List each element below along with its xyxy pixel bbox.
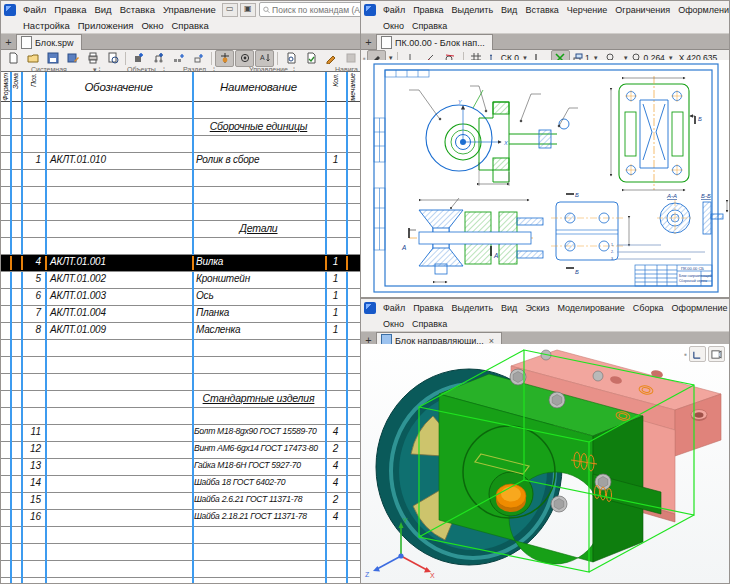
menu-item-вставка[interactable]: Вставка: [521, 4, 562, 16]
spec-blank-row[interactable]: [1, 544, 360, 561]
tab-spec-document[interactable]: Блок.spw: [16, 34, 82, 50]
menu-item-выделить[interactable]: Выделить: [448, 4, 498, 16]
part-cap-orange[interactable]: [496, 484, 526, 512]
drawing-canvas[interactable]: X Y: [361, 60, 729, 297]
menu-item-файл[interactable]: Файл: [19, 3, 50, 16]
menu-item-управление[interactable]: Управление: [159, 3, 220, 16]
menu-item-вид[interactable]: Вид: [90, 3, 115, 16]
spec-blank-row[interactable]: [1, 204, 360, 221]
menu-item-эскиз[interactable]: Эскиз: [521, 302, 553, 314]
view-settings-icon[interactable]: [708, 346, 725, 362]
spec-blank-row[interactable]: [1, 527, 360, 544]
menu-item-вид[interactable]: Вид: [497, 302, 521, 314]
open-icon[interactable]: [23, 50, 42, 67]
menu-item-окно[interactable]: Окно: [379, 20, 408, 32]
spec-blank-row[interactable]: [1, 102, 360, 119]
add-row-icon[interactable]: [169, 50, 188, 67]
cell-nam: [192, 527, 325, 543]
spec-blank-row[interactable]: [1, 561, 360, 578]
preview-icon[interactable]: [103, 50, 122, 67]
menu-item-приложения[interactable]: Приложения: [74, 19, 138, 32]
menu-item-выделить[interactable]: Выделить: [448, 302, 498, 314]
object-settings-icon[interactable]: [189, 50, 208, 67]
cell-fmt: [1, 255, 10, 271]
menu-item-правка[interactable]: Правка: [409, 302, 447, 314]
specification-table[interactable]: Формат Зона Поз. Обозначение Наименовани…: [1, 71, 360, 583]
spec-section-row[interactable]: Сборочные единицы: [1, 119, 360, 136]
menu-item-справка[interactable]: Справка: [167, 19, 212, 32]
spec-row[interactable]: 14Шайба 18 ГОСТ 6402-704: [1, 476, 360, 493]
edit-markers-icon[interactable]: [321, 50, 340, 67]
svg-text:Б: Б: [575, 269, 579, 275]
doc-check-icon[interactable]: [301, 50, 320, 67]
new-doc-icon[interactable]: [3, 50, 22, 67]
doc-properties-icon[interactable]: [281, 50, 300, 67]
menu-item-вид[interactable]: Вид: [497, 4, 521, 16]
command-search[interactable]: [259, 2, 360, 17]
new-tab-button[interactable]: +: [361, 36, 376, 50]
spec-blank-row[interactable]: [1, 136, 360, 153]
spec-blank-row[interactable]: [1, 374, 360, 391]
new-tab-button[interactable]: +: [1, 36, 16, 50]
spec-section-row[interactable]: Стандартные изделия: [1, 391, 360, 408]
spec-row[interactable]: 4АКЛТ.01.001Вилка1: [1, 255, 360, 272]
menu-item-справка[interactable]: Справка: [408, 20, 451, 32]
section-tree-icon[interactable]: [215, 50, 234, 67]
spec-row[interactable]: 5АКЛТ.01.002Кронштейн1: [1, 272, 360, 289]
cell-fmt: [1, 476, 10, 492]
spec-row[interactable]: 8АКЛТ.01.009Масленка1: [1, 323, 360, 340]
model-viewport[interactable]: ▪: [361, 344, 729, 583]
cell-qty: 1: [325, 272, 346, 288]
spec-row[interactable]: 16Шайба 2.18.21 ГОСТ 11371-784: [1, 510, 360, 527]
show-all-sections-icon[interactable]: [235, 50, 254, 67]
menu-item-ограничения[interactable]: Ограничения: [611, 4, 674, 16]
spec-blank-row[interactable]: [1, 408, 360, 425]
menu-item-справка[interactable]: Справка: [408, 318, 451, 330]
menu-item-сборка[interactable]: Сборка: [629, 302, 668, 314]
spec-row[interactable]: 1АКЛТ.01.010Ролик в сборе1: [1, 153, 360, 170]
cell-nam: Кронштейн: [192, 272, 325, 288]
spec-blank-row[interactable]: [1, 170, 360, 187]
drawing-menu2: ОкноСправка: [379, 20, 451, 32]
spec-blank-row[interactable]: [1, 238, 360, 255]
save-as-icon[interactable]: [63, 50, 82, 67]
print-icon[interactable]: [83, 50, 102, 67]
orientation-icon[interactable]: [689, 346, 706, 362]
menu-item-черчение[interactable]: Черчение: [563, 4, 612, 16]
spec-blank-row[interactable]: [1, 340, 360, 357]
menu-item-файл[interactable]: Файл: [379, 4, 409, 16]
menu-item-окно[interactable]: Окно: [137, 19, 167, 32]
menu-item-окно[interactable]: Окно: [379, 318, 408, 330]
cell-nam: [192, 408, 325, 424]
menu-item-правка[interactable]: Правка: [409, 4, 447, 16]
add-base-object-icon[interactable]: [129, 50, 148, 67]
tab-drawing-document[interactable]: ПК.00.00 - Блок нап...: [376, 34, 493, 50]
menu-item-файл[interactable]: Файл: [379, 302, 409, 314]
sort-objects-icon[interactable]: А: [255, 50, 274, 67]
menu-item-оформление[interactable]: Оформление: [668, 302, 729, 314]
menu-item-вставка[interactable]: Вставка: [116, 3, 159, 16]
menu-item-оформление[interactable]: Оформление: [674, 4, 729, 16]
save-icon[interactable]: [43, 50, 62, 67]
menu-item-моделирование[interactable]: Моделирование: [553, 302, 628, 314]
cell-fmt: [1, 136, 10, 152]
search-input[interactable]: [270, 4, 360, 16]
spec-blank-row[interactable]: [1, 578, 360, 583]
spec-row[interactable]: 6АКЛТ.01.003Ось1: [1, 289, 360, 306]
window-layout-button[interactable]: ▭: [222, 3, 238, 17]
add-derived-object-icon[interactable]: [149, 50, 168, 67]
menu-item-настройка[interactable]: Настройка: [19, 19, 74, 32]
cell-qty: [325, 187, 346, 203]
spec-row[interactable]: 13Гайка М18-6Н ГОСТ 5927-704: [1, 459, 360, 476]
spec-row[interactable]: 15Шайба 2.6.21 ГОСТ 11371-782: [1, 493, 360, 510]
spec-section-row[interactable]: Детали: [1, 221, 360, 238]
menu-item-правка[interactable]: Правка: [50, 3, 90, 16]
spec-blank-row[interactable]: [1, 187, 360, 204]
cell-qty: [325, 136, 346, 152]
spec-blank-row[interactable]: [1, 357, 360, 374]
spec-row[interactable]: 7АКЛТ.01.004Планка1: [1, 306, 360, 323]
screenshot-button[interactable]: ▣: [240, 3, 256, 17]
spec-row[interactable]: 12Винт АМ6-6gх14 ГОСТ 17473-802: [1, 442, 360, 459]
spec-row[interactable]: 11Болт М18-8gх90 ГОСТ 15589-704: [1, 425, 360, 442]
cell-des: [45, 102, 192, 118]
